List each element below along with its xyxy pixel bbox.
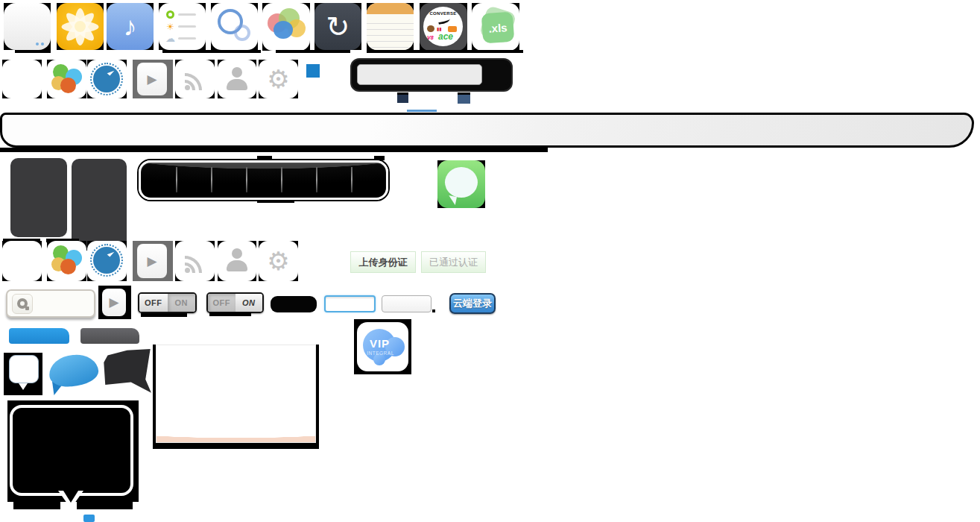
app-icon-messages[interactable] xyxy=(437,160,485,208)
app-icon-chat-bubbles[interactable] xyxy=(262,3,310,51)
tool-icon-rss[interactable] xyxy=(175,241,215,281)
tool-icon-blue-dial[interactable] xyxy=(87,241,127,281)
refresh-glyph: ↻ xyxy=(314,3,361,50)
verified-badge: 已通过认证 xyxy=(421,251,486,273)
brand-converse-label: CONVERSE xyxy=(423,11,463,16)
panel-peach-bottom xyxy=(157,423,315,442)
app-icon-music[interactable]: ♪ xyxy=(107,3,154,50)
app-icon-notes[interactable] xyxy=(367,3,414,50)
dark-slab xyxy=(72,159,127,248)
list-line xyxy=(178,25,196,28)
speech-bubble xyxy=(445,167,478,198)
tool-icon-color-balls[interactable] xyxy=(47,241,86,281)
black-pill xyxy=(271,296,317,312)
blue-dial-icon xyxy=(87,241,127,281)
toggle-on-label[interactable]: ON xyxy=(168,294,196,312)
shelf-shadow xyxy=(0,148,548,152)
flower-icon xyxy=(57,3,104,50)
dot xyxy=(36,43,39,45)
tool-icon-play[interactable]: ▶ xyxy=(133,241,173,281)
magnifier-handle xyxy=(25,306,29,310)
blue-bubble-sticker xyxy=(49,353,100,395)
search-go-button[interactable] xyxy=(483,64,508,85)
monkey-logo xyxy=(427,25,434,32)
blue-tab xyxy=(9,328,69,344)
play-icon: ▶ xyxy=(137,244,167,278)
segment-divider xyxy=(316,167,317,193)
toggle-on-active[interactable]: OFF ON xyxy=(206,292,264,313)
tool-icon-gear[interactable]: ⚙ xyxy=(259,241,298,281)
red-brand-mark: ▮▮ xyxy=(437,26,442,31)
text-field[interactable] xyxy=(382,295,431,312)
app-icon-circles[interactable] xyxy=(211,3,258,50)
tool-icon-play[interactable]: ▶ xyxy=(133,60,173,98)
person-body xyxy=(227,260,247,271)
play-icon: ▶ xyxy=(137,63,167,95)
cloud-icon: ☁ xyxy=(165,34,175,43)
upload-id-button[interactable]: 上传身份证 xyxy=(350,251,416,273)
list-icon: ☀ ☁ xyxy=(159,3,206,50)
search-input[interactable] xyxy=(357,64,482,85)
toggle-on-label[interactable]: ON xyxy=(235,294,263,312)
app-icon-xls[interactable]: .xls xyxy=(472,3,519,51)
gray-tab xyxy=(80,328,139,344)
toggle-off-label[interactable]: OFF xyxy=(208,294,235,312)
steel-square-artifact xyxy=(458,92,470,104)
blue-disc xyxy=(93,66,120,92)
white-panel xyxy=(156,345,316,443)
brand-ace-label: ace xyxy=(438,31,453,42)
tool-icon-gear[interactable]: ⚙ xyxy=(259,60,298,98)
mini-search-input[interactable] xyxy=(6,289,95,318)
tool-icon-color-balls[interactable] xyxy=(47,60,86,98)
brands-icon: CONVERSE ▮▮ V8 ace xyxy=(420,3,467,51)
person-head xyxy=(232,248,242,259)
glossy-shelf-bar xyxy=(0,113,974,148)
tool-icon-person[interactable] xyxy=(218,60,256,98)
tool-icon-person[interactable] xyxy=(218,241,256,281)
cloud-login-button[interactable]: 云端登录 xyxy=(449,293,496,314)
brand-circle: CONVERSE ▮▮ V8 ace xyxy=(423,7,463,46)
gear-icon: ⚙ xyxy=(259,60,298,98)
clipped-blue-glyph xyxy=(83,515,95,522)
tool-icon-blue-dial[interactable] xyxy=(87,60,127,98)
sprite-artifact xyxy=(276,50,350,53)
toggle-off-active[interactable]: OFF ON xyxy=(138,292,197,313)
vip-badge[interactable]: VIP INTEGRAL xyxy=(357,322,408,371)
sprite-artifact xyxy=(162,50,261,53)
app-icon-sync[interactable]: ↻ xyxy=(314,3,361,50)
black-bubble-sticker xyxy=(103,349,151,394)
nike-swoosh-icon xyxy=(438,18,451,25)
tool-icon-blank[interactable] xyxy=(2,241,42,281)
app-icon-photos-flower[interactable] xyxy=(57,3,104,50)
navy-square-artifact xyxy=(397,92,408,103)
tool-icon-blank[interactable] xyxy=(2,60,42,98)
list-line xyxy=(178,13,196,16)
blank-icon xyxy=(2,241,42,281)
app-icon-brand-logos[interactable]: CONVERSE ▮▮ V8 ace xyxy=(420,3,467,51)
blue-dial-icon xyxy=(87,60,127,98)
sprite-artifact xyxy=(432,309,435,312)
app-icon-blank[interactable] xyxy=(4,3,51,50)
dot xyxy=(41,43,44,45)
orange-ball xyxy=(60,259,76,274)
bubble-body xyxy=(103,349,151,394)
flower-core xyxy=(75,21,86,32)
play-button[interactable]: ▶ xyxy=(102,289,126,316)
color-balls-icon xyxy=(47,241,86,281)
sprite-artifact xyxy=(257,156,272,160)
person-body xyxy=(227,79,247,90)
notes-icon xyxy=(367,3,414,50)
gear-glyph: ⚙ xyxy=(259,60,298,98)
green-ring-icon xyxy=(166,10,174,19)
text-field-focused[interactable] xyxy=(324,295,376,312)
toggle-shadow xyxy=(209,312,251,316)
blue-square-swatch xyxy=(306,64,320,78)
person-head xyxy=(232,67,242,78)
toggle-off-label[interactable]: OFF xyxy=(139,294,168,312)
tool-icon-rss[interactable] xyxy=(175,60,215,98)
app-icon-reminders-list[interactable]: ☀ ☁ xyxy=(159,3,206,50)
segment-divider xyxy=(211,167,212,193)
music-note-icon: ♪ xyxy=(107,3,154,50)
color-balls-icon xyxy=(47,60,86,98)
top-search-bar xyxy=(350,58,513,92)
